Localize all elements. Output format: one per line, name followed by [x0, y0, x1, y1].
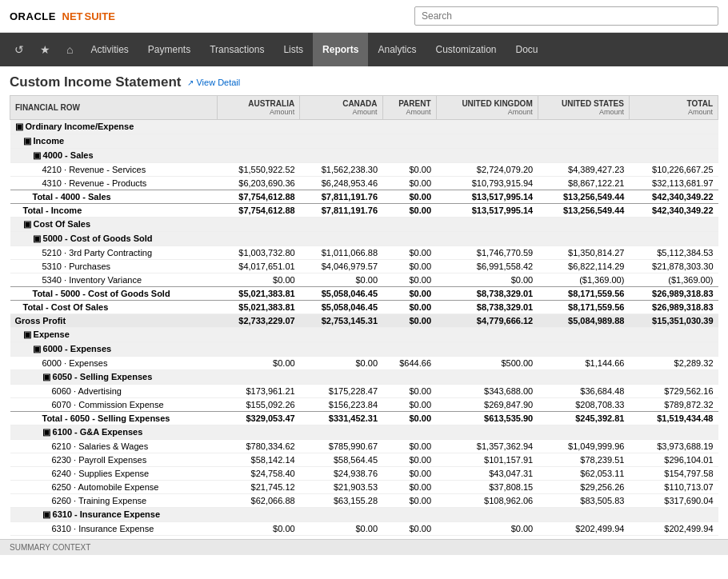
row-amount-australia: $5,021,383.81 — [217, 287, 299, 301]
row-amount-total: $10,226,667.25 — [629, 163, 718, 177]
row-amount-uk — [436, 149, 538, 163]
row-amount-us — [538, 425, 629, 440]
row-label: 6260 · Training Expense — [10, 494, 218, 508]
table-row: Total - Cost Of Sales$5,021,383.81$5,058… — [10, 301, 718, 314]
row-amount-parent — [382, 328, 436, 342]
row-amount-parent: $0.00 — [382, 287, 436, 301]
col-total: TOTAL Amount — [629, 96, 718, 120]
row-label: 6310 · Insurance Expense — [10, 522, 218, 536]
row-amount-canada — [300, 425, 382, 440]
nav-reports[interactable]: Reports — [313, 33, 368, 66]
row-amount-australia: $5,021,383.81 — [217, 301, 299, 314]
row-amount-canada: $4,046,979.57 — [300, 260, 382, 274]
table-row: Total - Income$7,754,612.88$7,811,191.76… — [10, 204, 718, 218]
table-row: ▣ 4000 - Sales — [10, 149, 718, 163]
row-label: 6070 · Commission Expense — [10, 398, 218, 412]
row-amount-canada: $331,452.31 — [300, 412, 382, 425]
table-row: 5210 · 3rd Party Contracting$1,003,732.8… — [10, 246, 718, 260]
row-amount-australia: $21,745.12 — [217, 481, 299, 494]
row-amount-us: $29,256.26 — [538, 481, 629, 494]
row-label: ▣ 6000 - Expenses — [10, 342, 218, 357]
col-financial-row: FINANCIAL ROW — [10, 96, 218, 120]
row-amount-total: $154,797.58 — [629, 467, 718, 481]
row-amount-canada — [300, 328, 382, 342]
search-input[interactable] — [414, 6, 718, 26]
nav-transactions[interactable]: Transactions — [200, 33, 274, 66]
row-amount-parent: $0.00 — [382, 177, 436, 190]
row-amount-uk: $343,688.00 — [436, 385, 538, 398]
row-amount-canada — [300, 342, 382, 357]
logo-oracle-text: ORACLE — [10, 10, 56, 22]
row-amount-total: $21,878,303.30 — [629, 260, 718, 274]
page-title: Custom Income Statement — [10, 74, 181, 90]
table-row: 6210 · Salaries & Wages$780,334.62$785,9… — [10, 440, 718, 453]
row-amount-us: $83,505.83 — [538, 494, 629, 508]
nav-customization[interactable]: Customization — [426, 33, 506, 66]
nav-payments[interactable]: Payments — [138, 33, 200, 66]
nav-analytics[interactable]: Analytics — [368, 33, 426, 66]
nav-icon-favorites[interactable]: ★ — [32, 33, 58, 66]
row-amount-parent — [382, 342, 436, 357]
row-amount-parent: $0.00 — [382, 467, 436, 481]
row-label: 5210 · 3rd Party Contracting — [10, 246, 218, 260]
nav-icon-home[interactable]: ⌂ — [58, 33, 81, 66]
view-detail-icon: ↗ — [187, 78, 194, 87]
row-amount-uk: $8,738,329.01 — [436, 287, 538, 301]
row-amount-total: $729,562.16 — [629, 385, 718, 398]
row-amount-us: ($1,369.00) — [538, 274, 629, 287]
row-amount-australia — [217, 328, 299, 342]
row-amount-total — [629, 425, 718, 440]
row-amount-us — [538, 232, 629, 246]
col-canada: CANADA Amount — [300, 96, 382, 120]
row-amount-canada: $5,058,046.45 — [300, 287, 382, 301]
row-amount-total: $3,973,688.19 — [629, 440, 718, 453]
row-label: Total - 5000 - Cost of Goods Sold — [10, 287, 218, 301]
row-amount-australia: $155,092.26 — [217, 398, 299, 412]
table-row: 6060 · Advertising$173,961.21$175,228.47… — [10, 385, 718, 398]
row-amount-uk: $108,962.06 — [436, 494, 538, 508]
row-amount-total — [629, 149, 718, 163]
view-detail-link[interactable]: ↗ View Detail — [187, 78, 240, 87]
row-amount-australia: $173,961.21 — [217, 385, 299, 398]
row-amount-parent: $0.00 — [382, 453, 436, 467]
table-row: ▣ 6100 - G&A Expenses — [10, 425, 718, 440]
col-us: UNITED STATES Amount — [538, 96, 629, 120]
row-amount-uk — [436, 508, 538, 522]
nav-docu[interactable]: Docu — [506, 33, 548, 66]
row-amount-uk: $6,991,558.42 — [436, 260, 538, 274]
row-amount-uk — [436, 342, 538, 357]
table-row: Total - 4000 - Sales$7,754,612.88$7,811,… — [10, 190, 718, 204]
row-amount-canada: $7,811,191.76 — [300, 204, 382, 218]
row-label: Gross Profit — [10, 314, 218, 328]
table-row: ▣ 5000 - Cost of Goods Sold — [10, 232, 718, 246]
row-amount-canada: $58,564.45 — [300, 453, 382, 467]
row-amount-uk: $2,724,079.20 — [436, 163, 538, 177]
nav-activities[interactable]: Activities — [81, 33, 138, 66]
row-amount-uk — [436, 134, 538, 149]
row-amount-us: $202,499.94 — [538, 522, 629, 536]
row-amount-uk: $13,517,995.14 — [436, 190, 538, 204]
row-amount-us: $62,053.11 — [538, 467, 629, 481]
row-amount-canada: $1,562,238.30 — [300, 163, 382, 177]
row-amount-canada: $5,058,046.45 — [300, 301, 382, 314]
row-amount-canada: $0.00 — [300, 357, 382, 370]
row-amount-parent — [382, 120, 436, 134]
row-amount-australia: $62,066.88 — [217, 494, 299, 508]
row-amount-us: $4,389,427.23 — [538, 163, 629, 177]
row-amount-us — [538, 508, 629, 522]
row-amount-total: $32,113,681.97 — [629, 177, 718, 190]
row-amount-canada: $2,753,145.31 — [300, 314, 382, 328]
row-amount-australia: $329,053.47 — [217, 412, 299, 425]
row-amount-us: $8,171,559.56 — [538, 301, 629, 314]
nav-icon-history[interactable]: ↺ — [6, 33, 32, 66]
row-amount-total — [629, 232, 718, 246]
row-amount-us: $208,708.33 — [538, 398, 629, 412]
row-amount-australia — [217, 218, 299, 232]
row-amount-australia: $0.00 — [217, 357, 299, 370]
row-amount-parent: $0.00 — [382, 412, 436, 425]
row-amount-canada: $21,903.53 — [300, 481, 382, 494]
row-amount-parent: $0.00 — [382, 301, 436, 314]
row-amount-us — [538, 370, 629, 385]
nav-lists[interactable]: Lists — [274, 33, 313, 66]
row-amount-uk: $101,157.91 — [436, 453, 538, 467]
